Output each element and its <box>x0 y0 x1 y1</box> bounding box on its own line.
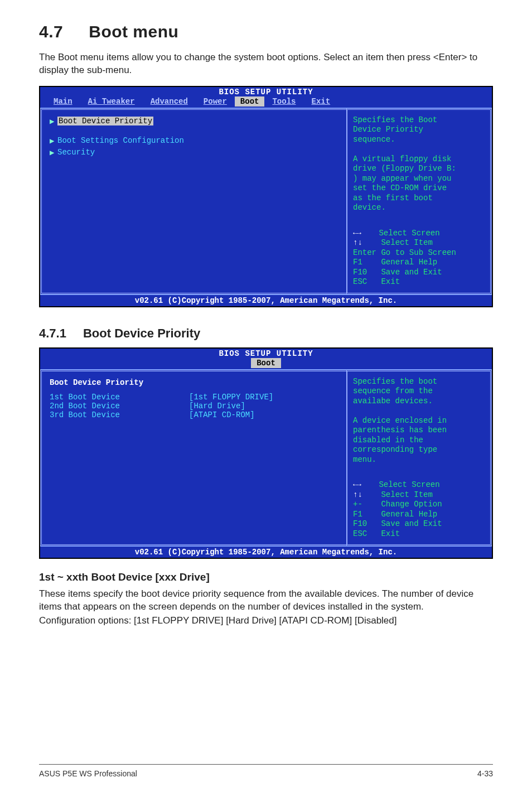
tab-boot[interactable]: Boot <box>235 96 265 107</box>
help-text: Specifies the Boot Device Priority seque… <box>353 115 485 213</box>
row-value: [Hard Drive] <box>189 402 245 410</box>
submenu-icon: ▶ <box>50 136 57 146</box>
key-f10-label: F10 <box>353 519 367 528</box>
bios-title: BIOS SETUP UTILITY <box>40 349 492 358</box>
key-select-screen: Select Screen <box>379 480 439 489</box>
row-label: 2nd Boot Device <box>50 402 189 410</box>
item-boot-device-priority[interactable]: ▶ Boot Device Priority <box>50 117 338 126</box>
bios-title: BIOS SETUP UTILITY <box>40 87 492 96</box>
key-esc-desc: Exit <box>381 529 400 538</box>
bios-help-pane: Specifies the Boot Device Priority seque… <box>347 108 492 294</box>
footer-right: 4-33 <box>477 769 493 778</box>
key-legend: ←→ Select Screen ↑↓ Select Item Enter Go… <box>353 229 485 287</box>
key-plusminus-desc: Change Option <box>381 500 442 509</box>
bios-panel-boot-device-priority: BIOS SETUP UTILITY Boot Boot Device Prio… <box>39 347 493 559</box>
key-f1-desc: General Help <box>381 258 437 267</box>
bios-panel-boot-menu: BIOS SETUP UTILITY Main Ai Tweaker Advan… <box>39 86 493 307</box>
option-description-2: Configuration options: [1st FLOPPY DRIVE… <box>39 615 493 627</box>
subsection-name: Boot Device Priority <box>83 326 200 340</box>
key-enter-label: Enter <box>353 248 376 257</box>
item-label: Boot Settings Configuration <box>57 136 184 145</box>
item-boot-settings-configuration[interactable]: ▶ Boot Settings Configuration <box>50 136 338 146</box>
bios-help-pane: Specifies the boot sequence from the ava… <box>347 370 492 547</box>
subsection-title: 4.7.1Boot Device Priority <box>39 326 493 341</box>
intro-paragraph: The Boot menu items allow you to change … <box>39 51 493 77</box>
help-text: Specifies the boot sequence from the ava… <box>353 377 485 465</box>
arrows-ud-icon: ↑↓ <box>353 238 362 247</box>
row-label: 3rd Boot Device <box>50 410 189 419</box>
tab-main[interactable]: Main <box>46 96 80 107</box>
row-value: [ATAPI CD-ROM] <box>189 410 255 419</box>
section-title: 4.7Boot menu <box>39 22 493 41</box>
arrows-lr-icon: ←→ <box>353 480 360 489</box>
submenu-icon: ▶ <box>50 148 57 157</box>
item-label: Boot Device Priority <box>57 117 153 125</box>
option-heading: 1st ~ xxth Boot Device [xxx Drive] <box>39 571 493 583</box>
key-f1-desc: General Help <box>381 510 437 519</box>
key-select-item: Select Item <box>381 238 432 247</box>
section-number: 4.7 <box>39 22 63 41</box>
key-select-item: Select Item <box>381 490 432 499</box>
arrows-ud-icon: ↑↓ <box>353 490 362 499</box>
tab-ai-tweaker[interactable]: Ai Tweaker <box>80 96 143 107</box>
key-plusminus-label: +- <box>353 500 362 509</box>
key-esc-label: ESC <box>353 529 367 538</box>
key-f1-label: F1 <box>353 510 362 519</box>
key-esc-label: ESC <box>353 277 367 286</box>
option-description-1: These items specify the boot device prio… <box>39 588 493 613</box>
tab-advanced[interactable]: Advanced <box>143 96 196 107</box>
key-f1-label: F1 <box>353 258 362 267</box>
section-name: Boot menu <box>89 22 178 41</box>
tab-exit[interactable]: Exit <box>303 96 338 107</box>
bios-copyright: v02.61 (C)Copyright 1985-2007, American … <box>40 294 492 306</box>
row-value: [1st FLOPPY DRIVE] <box>189 393 273 402</box>
key-esc-desc: Exit <box>381 277 400 286</box>
tab-tools[interactable]: Tools <box>264 96 303 107</box>
row-2nd-boot-device[interactable]: 2nd Boot Device [Hard Drive] <box>50 402 338 410</box>
item-security[interactable]: ▶ Security <box>50 148 338 157</box>
page-footer: ASUS P5E WS Professional 4-33 <box>39 764 493 778</box>
key-enter-desc: Go to Sub Screen <box>381 248 456 257</box>
item-label: Security <box>57 148 95 157</box>
bios-left-pane: Boot Device Priority 1st Boot Device [1s… <box>40 370 347 547</box>
bios-menu-tabs: Main Ai Tweaker Advanced Power Boot Tool… <box>40 96 492 108</box>
row-3rd-boot-device[interactable]: 3rd Boot Device [ATAPI CD-ROM] <box>50 410 338 419</box>
tab-boot[interactable]: Boot <box>251 358 281 368</box>
arrows-lr-icon: ←→ <box>353 229 360 238</box>
key-f10-desc: Save and Exit <box>381 519 442 528</box>
bios-left-pane: ▶ Boot Device Priority ▶ Boot Settings C… <box>40 108 347 294</box>
bios-menu-tabs: Boot <box>40 358 492 369</box>
submenu-icon: ▶ <box>50 117 57 126</box>
footer-left: ASUS P5E WS Professional <box>39 769 137 778</box>
key-f10-label: F10 <box>353 268 367 277</box>
tab-power[interactable]: Power <box>196 96 235 107</box>
key-f10-desc: Save and Exit <box>381 268 442 277</box>
row-label: 1st Boot Device <box>50 393 189 402</box>
key-select-screen: Select Screen <box>379 229 439 238</box>
key-legend: ←→ Select Screen ↑↓ Select Item +- Chang… <box>353 480 485 539</box>
pane-heading: Boot Device Priority <box>50 378 338 387</box>
row-1st-boot-device[interactable]: 1st Boot Device [1st FLOPPY DRIVE] <box>50 393 338 402</box>
bios-copyright: v02.61 (C)Copyright 1985-2007, American … <box>40 546 492 558</box>
subsection-number: 4.7.1 <box>39 326 66 340</box>
